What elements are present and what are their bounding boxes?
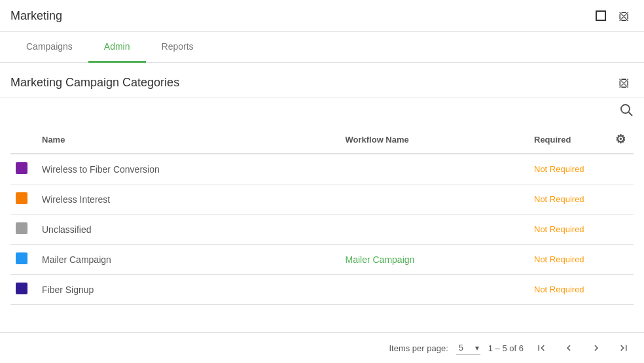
items-per-page-label: Items per page: xyxy=(389,343,448,353)
col-header-color xyxy=(10,126,37,154)
col-header-workflow: Workflow Name xyxy=(340,126,529,154)
close-window-button[interactable]: ⦻ xyxy=(615,7,634,25)
row-color-cell xyxy=(10,154,37,184)
row-workflow-cell xyxy=(340,154,529,184)
category-table: Name Workflow Name Required ⚙ Wireless t… xyxy=(0,126,644,305)
next-page-button[interactable] xyxy=(586,339,606,356)
row-required-cell: Not Required xyxy=(529,215,607,245)
row-color-cell xyxy=(10,245,37,275)
tab-bar: Campaigns Admin Reports xyxy=(0,32,644,63)
tab-campaigns[interactable]: Campaigns xyxy=(10,32,88,63)
last-page-button[interactable] xyxy=(614,339,634,356)
row-required-cell: Not Required xyxy=(529,275,607,305)
row-required-cell: Not Required xyxy=(529,154,607,184)
row-required-cell: Not Required xyxy=(529,245,607,275)
row-required-cell: Not Required xyxy=(529,184,607,215)
row-color-cell xyxy=(10,184,37,215)
page-title: Marketing Campaign Categories xyxy=(10,76,179,90)
color-swatch xyxy=(16,162,27,174)
settings-icon[interactable]: ⚙ xyxy=(615,133,626,146)
search-icon[interactable] xyxy=(619,103,634,120)
row-name-cell: Wireless Interest xyxy=(37,184,340,215)
table-row[interactable]: Wireless Interest Not Required xyxy=(10,184,634,215)
svg-line-2 xyxy=(629,112,633,116)
color-swatch xyxy=(16,222,27,234)
row-color-cell xyxy=(10,275,37,305)
table-row[interactable]: Mailer Campaign Mailer Campaign Not Requ… xyxy=(10,245,634,275)
row-name-cell: Wireless to Fiber Conversion xyxy=(37,154,340,184)
toolbar xyxy=(0,97,644,126)
col-header-required: Required xyxy=(529,126,607,154)
table-row[interactable]: Unclassified Not Required xyxy=(10,215,634,245)
row-workflow-cell xyxy=(340,184,529,215)
maximize-button[interactable] xyxy=(592,7,610,25)
row-actions-cell xyxy=(607,154,634,184)
row-actions-cell xyxy=(607,184,634,215)
row-name-cell: Fiber Signup xyxy=(37,275,340,305)
per-page-select[interactable]: 5 10 25 50 xyxy=(456,341,480,354)
prev-page-button[interactable] xyxy=(559,339,579,356)
row-actions-cell xyxy=(607,275,634,305)
row-workflow-cell xyxy=(340,275,529,305)
title-bar: Marketing ⦻ xyxy=(0,0,644,32)
col-header-settings: ⚙ xyxy=(607,126,634,154)
per-page-select-wrapper[interactable]: 5 10 25 50 xyxy=(456,341,480,354)
color-swatch xyxy=(16,192,27,204)
svg-point-1 xyxy=(621,105,630,113)
row-actions-cell xyxy=(607,245,634,275)
color-swatch xyxy=(16,283,27,294)
page-header: Marketing Campaign Categories ⦻ xyxy=(0,63,644,97)
row-color-cell xyxy=(10,215,37,245)
first-page-button[interactable] xyxy=(531,339,551,356)
row-actions-cell xyxy=(607,215,634,245)
close-section-button[interactable]: ⦻ xyxy=(615,73,634,92)
row-name-cell: Mailer Campaign xyxy=(37,245,340,275)
row-name-cell: Unclassified xyxy=(37,215,340,245)
row-workflow-cell: Mailer Campaign xyxy=(340,245,529,275)
row-workflow-cell xyxy=(340,215,529,245)
tab-reports[interactable]: Reports xyxy=(146,32,209,63)
table-row[interactable]: Fiber Signup Not Required xyxy=(10,275,634,305)
col-header-name: Name xyxy=(37,126,340,154)
title-bar-actions: ⦻ xyxy=(592,7,634,25)
table-row[interactable]: Wireless to Fiber Conversion Not Require… xyxy=(10,154,634,184)
svg-rect-0 xyxy=(596,11,605,20)
app-title: Marketing xyxy=(10,9,62,23)
color-swatch xyxy=(16,252,27,264)
tab-admin[interactable]: Admin xyxy=(88,32,146,63)
page-range: 1 – 5 of 6 xyxy=(488,343,524,353)
pagination-bar: Items per page: 5 10 25 50 1 – 5 of 6 xyxy=(0,332,644,363)
